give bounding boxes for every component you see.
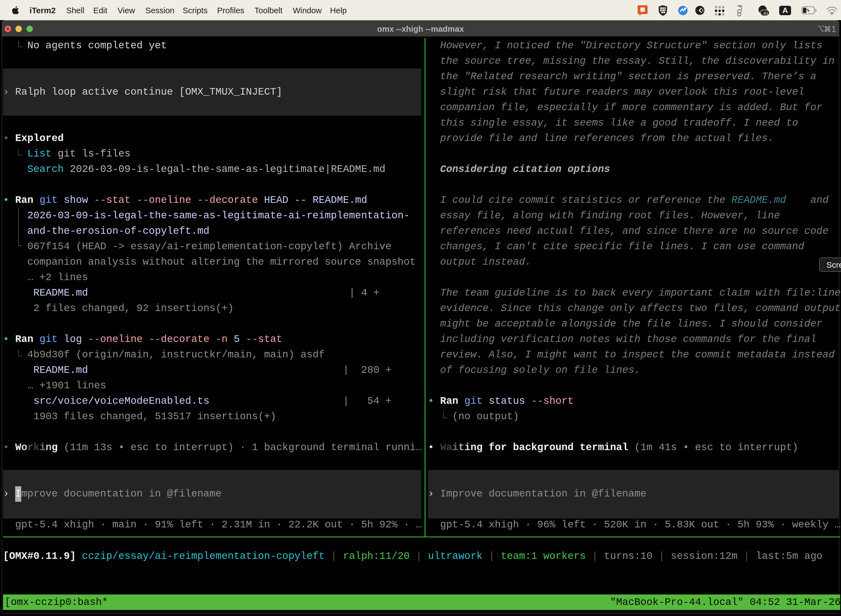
svg-text:..61: ..61 — [761, 11, 768, 15]
